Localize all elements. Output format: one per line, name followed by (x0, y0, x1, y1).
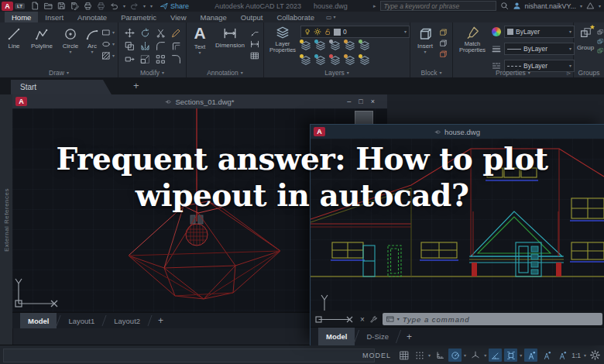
line-tool[interactable]: Line (3, 27, 25, 50)
lineweight-dropdown[interactable]: ByLayer ▾ (504, 43, 575, 55)
autodesk-triangle-icon[interactable] (586, 2, 595, 10)
object-snap-tracking-toggle[interactable] (489, 349, 502, 362)
move-tool[interactable] (122, 26, 137, 39)
sections-tab-layout1[interactable]: Layout1 (60, 313, 102, 328)
layer-on-bulb-icon[interactable] (304, 28, 311, 36)
ortho-mode-toggle[interactable] (433, 349, 446, 362)
rotate-tool[interactable] (137, 26, 153, 39)
command-line-dock[interactable] (3, 349, 375, 362)
tab-view[interactable]: View (163, 12, 193, 22)
text-tool[interactable]: A Text ▾ (188, 25, 211, 55)
sections-tab-model[interactable]: Model (20, 313, 57, 328)
iso-caret-icon[interactable]: ▾ (484, 353, 486, 358)
explode-tool[interactable] (168, 53, 184, 66)
circle-caret-icon[interactable]: ▾ (59, 50, 82, 54)
pin-icon[interactable] (165, 98, 172, 105)
lineweight-icon[interactable] (492, 44, 501, 53)
modify-panel-label-row[interactable]: Modify ▾ (118, 68, 186, 77)
layer-unlock-tool[interactable] (330, 55, 341, 66)
tab-home[interactable]: Home (5, 12, 38, 22)
insert-block-button[interactable]: Insert ▾ (413, 26, 438, 54)
scale-tool[interactable] (137, 53, 153, 66)
fillet-tool[interactable] (153, 39, 168, 53)
search-expand-icon[interactable]: ▸ (373, 3, 376, 9)
user-name[interactable]: nishant.naikVY... (525, 2, 576, 10)
osnap-caret-icon[interactable]: ▾ (520, 353, 522, 358)
tab-collaborate[interactable]: Collaborate (269, 12, 321, 22)
copy-tool[interactable] (122, 39, 137, 53)
autocad-logo-icon[interactable]: A (2, 2, 13, 11)
arc-tool[interactable]: Arc ▾ (84, 27, 101, 54)
minimize-button[interactable]: – (347, 98, 351, 105)
ribbon-display-toggle[interactable]: ▭ ▾ (326, 12, 336, 22)
annotation-panel-label-row[interactable]: Annotation ▾ (187, 68, 263, 77)
tab-manage[interactable]: Manage (194, 12, 234, 22)
plot-icon[interactable] (84, 2, 92, 10)
erase-tool[interactable] (168, 26, 184, 39)
layer-current-tool[interactable] (345, 55, 356, 66)
tab-insert[interactable]: Insert (38, 12, 70, 22)
polyline-tool[interactable]: Polyline (26, 27, 57, 50)
layer-thaw-sun-icon[interactable] (314, 28, 321, 36)
annotation-scale-icon[interactable] (555, 349, 568, 362)
redo-caret-icon[interactable]: ▾ (143, 4, 146, 9)
rectangle-tool[interactable]: ▾ (101, 28, 115, 37)
command-close-icon[interactable]: × (360, 315, 365, 324)
dimension-style-tool[interactable] (250, 39, 259, 49)
object-snap-toggle[interactable] (504, 349, 517, 362)
redo-icon[interactable] (130, 2, 139, 10)
match-properties-button[interactable]: Match Properties (455, 26, 489, 53)
properties-expander-icon[interactable]: ⌲ (567, 70, 571, 77)
mirror-tool[interactable] (137, 39, 153, 53)
draw-panel-label-row[interactable]: Draw ▾ (0, 68, 118, 77)
table-tool[interactable] (250, 51, 259, 60)
auto-scale-toggle[interactable] (540, 349, 553, 362)
house-window-titlebar[interactable]: A house.dwg (311, 125, 604, 139)
layer-thaw-all-tool[interactable] (315, 55, 327, 66)
group-button[interactable]: Group (575, 26, 595, 51)
undo-caret-icon[interactable]: ▾ (123, 4, 125, 9)
user-avatar-icon[interactable] (513, 2, 521, 10)
offset-tool[interactable] (168, 39, 184, 53)
maximize-button[interactable]: □ (359, 98, 362, 105)
print-preview-icon[interactable] (97, 2, 105, 10)
layer-properties-button[interactable]: Layer Properties (266, 26, 299, 53)
annotation-visibility-toggle[interactable] (524, 349, 537, 362)
qat-customize-icon[interactable]: ▾ (150, 4, 153, 9)
layer-unlock-icon[interactable] (324, 28, 331, 36)
array-tool[interactable] (153, 53, 168, 66)
apps-caret-icon[interactable]: ▾ (599, 4, 601, 9)
arc-caret-icon[interactable]: ▾ (84, 50, 101, 54)
command-input[interactable]: ▾ Type a command (383, 313, 602, 325)
isometric-drafting-toggle[interactable] (468, 349, 482, 362)
pin-icon[interactable] (434, 129, 441, 136)
annotation-scale-value[interactable]: 1:1 (571, 352, 581, 359)
layers-panel-label-row[interactable]: Layers ▾ (264, 68, 410, 77)
group-selection-tool[interactable] (597, 47, 604, 54)
save-icon[interactable] (57, 2, 66, 10)
layer-lock-tool[interactable] (345, 40, 356, 51)
color-wheel-icon[interactable] (492, 27, 501, 36)
snap-caret-icon[interactable]: ▾ (428, 353, 431, 358)
customization-gear-icon[interactable] (589, 349, 602, 362)
leader-tool[interactable] (250, 28, 259, 37)
external-references-palette-tab[interactable]: External References (0, 94, 13, 345)
sections-tab-layout2[interactable]: Layout2 (106, 313, 148, 328)
polar-tracking-toggle[interactable] (448, 349, 462, 362)
layer-on-all-tool[interactable] (300, 55, 312, 66)
new-file-icon[interactable] (31, 2, 39, 10)
properties-panel-label-row[interactable]: Properties ▾ ⌲ (453, 68, 573, 77)
open-file-icon[interactable] (44, 2, 53, 10)
user-menu-caret-icon[interactable]: ▾ (580, 4, 582, 9)
layer-match-tool[interactable] (359, 40, 371, 51)
tab-output[interactable]: Output (234, 12, 270, 22)
house-add-layout-button[interactable]: + (400, 328, 418, 345)
layer-dropdown-caret-icon[interactable]: ▾ (404, 29, 407, 34)
dimension-tool[interactable]: Dimension (211, 26, 249, 49)
object-color-dropdown[interactable]: ByLayer ▾ (504, 26, 575, 38)
layer-isolate-tool[interactable] (315, 40, 327, 51)
house-tab-dsize[interactable]: D-Size (359, 328, 396, 345)
help-search-box[interactable] (380, 1, 496, 11)
snap-mode-toggle[interactable] (413, 349, 426, 362)
layer-off-tool[interactable] (300, 40, 312, 51)
